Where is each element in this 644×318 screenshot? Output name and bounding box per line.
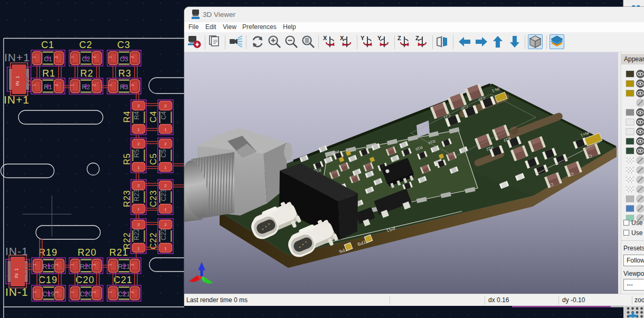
svg-text:R4: R4 xyxy=(133,111,140,119)
svg-text:1: 1 xyxy=(14,268,19,270)
svg-text:2: 2 xyxy=(54,56,58,58)
svg-text:C5: C5 xyxy=(160,149,167,157)
svg-text:IN+1: IN+1 xyxy=(4,51,30,63)
svg-text:1: 1 xyxy=(70,56,74,58)
svg-text:1: 1 xyxy=(15,76,20,78)
svg-text:IN-1: IN-1 xyxy=(5,286,29,298)
svg-text:C4: C4 xyxy=(149,111,158,123)
svg-text:C20: C20 xyxy=(75,275,94,285)
svg-text:1: 1 xyxy=(108,84,112,86)
svg-text:1: 1 xyxy=(164,246,167,251)
svg-text:2: 2 xyxy=(164,142,167,146)
svg-text:R3: R3 xyxy=(118,68,131,79)
svg-text:2: 2 xyxy=(130,56,134,58)
svg-text:1: 1 xyxy=(137,246,140,251)
svg-text:2: 2 xyxy=(130,84,134,86)
svg-text:2: 2 xyxy=(164,183,167,188)
svg-text:1: 1 xyxy=(70,84,74,86)
svg-text:2: 2 xyxy=(137,222,140,227)
svg-text:2: 2 xyxy=(55,291,59,293)
svg-text:R22: R22 xyxy=(133,228,140,240)
svg-text:C3: C3 xyxy=(117,40,130,50)
svg-text:R23: R23 xyxy=(133,189,140,201)
svg-text:1: 1 xyxy=(164,127,167,132)
svg-text:C21: C21 xyxy=(113,275,132,285)
svg-text:C23: C23 xyxy=(160,189,167,201)
svg-text:2: 2 xyxy=(54,84,58,86)
svg-text:2: 2 xyxy=(92,264,96,266)
svg-text:R21: R21 xyxy=(109,247,128,258)
svg-text:2: 2 xyxy=(137,142,140,146)
svg-text:1: 1 xyxy=(32,84,36,86)
svg-text:2: 2 xyxy=(130,264,134,266)
svg-text:2: 2 xyxy=(130,291,134,293)
svg-text:2: 2 xyxy=(92,84,96,86)
svg-text:2: 2 xyxy=(164,104,167,108)
svg-text:1: 1 xyxy=(33,264,36,266)
svg-text:R1: R1 xyxy=(42,68,55,79)
svg-text:Z: Z xyxy=(397,35,401,41)
svg-text:R5: R5 xyxy=(122,153,131,165)
svg-text:C22: C22 xyxy=(149,232,158,249)
svg-text:1: 1 xyxy=(137,127,140,132)
svg-text:2: 2 xyxy=(55,264,59,266)
svg-text:2: 2 xyxy=(164,222,167,227)
svg-text:1: 1 xyxy=(137,165,140,170)
svg-text:X: X xyxy=(323,35,327,41)
svg-text:C5: C5 xyxy=(149,153,158,165)
svg-text:1: 1 xyxy=(164,207,167,212)
svg-text:C22: C22 xyxy=(160,228,167,240)
svg-text:R20: R20 xyxy=(78,247,97,258)
svg-text:2: 2 xyxy=(92,56,96,58)
svg-text:Y: Y xyxy=(361,35,365,41)
svg-text:1: 1 xyxy=(108,291,112,293)
svg-text:C23: C23 xyxy=(149,190,158,207)
svg-text:1: 1 xyxy=(108,264,112,266)
svg-text:R5: R5 xyxy=(133,149,140,157)
svg-text:1: 1 xyxy=(164,165,167,170)
svg-text:2: 2 xyxy=(137,104,140,108)
svg-text:2: 2 xyxy=(92,291,96,293)
svg-text:R4: R4 xyxy=(122,111,131,123)
svg-text:1: 1 xyxy=(33,291,36,293)
svg-text:C1: C1 xyxy=(41,40,54,50)
svg-text:R2: R2 xyxy=(80,68,93,79)
svg-text:C19: C19 xyxy=(39,275,58,285)
svg-text:R23: R23 xyxy=(122,190,131,207)
svg-text:C2: C2 xyxy=(79,40,92,50)
svg-text:IN: IN xyxy=(15,81,20,86)
svg-text:1: 1 xyxy=(70,264,74,266)
svg-text:R19: R19 xyxy=(39,247,58,258)
svg-text:1: 1 xyxy=(108,56,112,58)
svg-text:1: 1 xyxy=(32,56,36,58)
svg-text:2: 2 xyxy=(137,183,140,188)
svg-text:IN+1: IN+1 xyxy=(4,93,30,106)
svg-text:IN: IN xyxy=(14,274,19,278)
svg-text:1: 1 xyxy=(70,291,74,293)
svg-text:C4: C4 xyxy=(160,111,167,119)
